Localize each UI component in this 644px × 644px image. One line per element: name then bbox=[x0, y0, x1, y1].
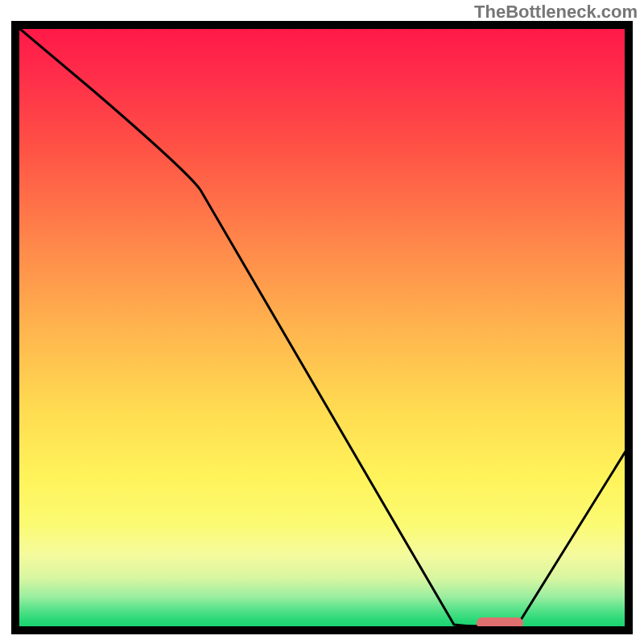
chart-svg-overlay bbox=[19, 29, 625, 626]
chart-container: TheBottleneck.com bbox=[0, 0, 644, 644]
optimal-range-marker bbox=[477, 617, 523, 626]
watermark-text: TheBottleneck.com bbox=[474, 2, 638, 23]
bottleneck-curve-line bbox=[19, 29, 625, 626]
plot-area bbox=[19, 29, 625, 626]
